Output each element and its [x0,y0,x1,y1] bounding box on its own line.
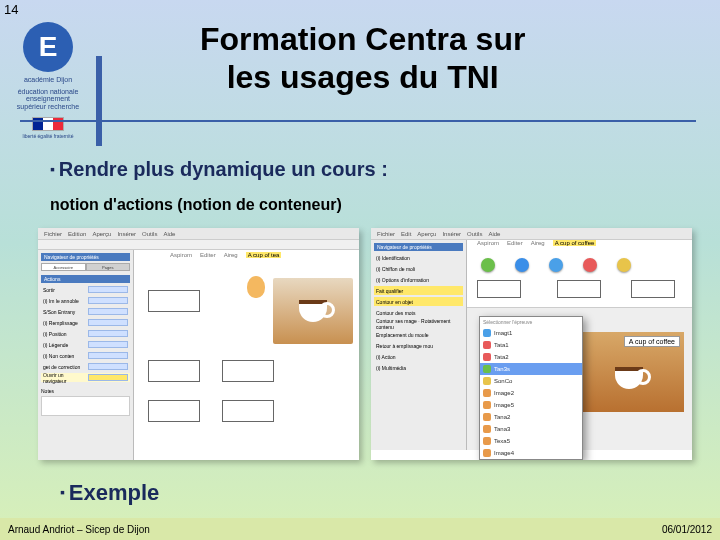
menu-item[interactable]: Edit [401,231,411,237]
property-row[interactable]: (i) Non conten [41,351,130,360]
color-swatch-icon [483,353,491,361]
property-row[interactable]: Retour à emplissage mou [374,341,463,350]
menu-item[interactable]: Fichier [44,231,62,237]
property-row[interactable]: (i) Position [41,329,130,338]
dropdown-item-label: Image4 [494,450,514,456]
dropdown-item[interactable]: Image5 [480,399,582,411]
properties-panel: Navigateur de propriétés (i) Identificat… [371,240,467,450]
prop-label: Contour des mots [376,310,415,316]
dropdown-item[interactable]: Tata2 [480,351,582,363]
menu-item[interactable]: Aperçu [92,231,111,237]
egg-icon [247,276,265,298]
dropdown-item[interactable]: Texa5 [480,435,582,447]
property-row[interactable]: Contour des mots [374,308,463,317]
dropdown-item[interactable]: Tata1 [480,339,582,351]
canvas-tabs: Aspirom Editer Aireg A cup of tea [170,252,281,258]
prop-value[interactable] [88,330,128,337]
canvas-tab[interactable]: Aspirom [170,252,192,258]
property-row-highlighted[interactable]: Contour en objet [374,297,463,306]
logo-tagline: éducation nationale enseignement supérie… [16,88,80,111]
menu-item[interactable]: Insérer [117,231,136,237]
panel-tabs: Accessoire Pages [41,263,130,271]
callout-box [148,400,200,422]
example-heading: Exemple [60,480,159,506]
menu-item[interactable]: Insérer [442,231,461,237]
callout-box [222,360,274,382]
selection-dropdown[interactable]: Sélectionner l'épreuve Imagt1Tata1Tata2T… [479,316,583,460]
flag-icon [32,117,64,131]
menu-item[interactable]: Outils [142,231,157,237]
prop-value[interactable] [88,374,128,381]
panel-tab[interactable]: Pages [86,263,131,271]
prop-value[interactable] [88,352,128,359]
cup-icon [299,300,327,322]
property-row[interactable]: (i) Identification [374,253,463,262]
canvas-tab-active[interactable]: A cup of coffee [553,240,597,246]
menu-item[interactable]: Aperçu [417,231,436,237]
prop-value[interactable] [88,297,128,304]
canvas-tab[interactable]: Aireg [531,240,545,246]
footer-author: Arnaud Andriot – Sicep de Dijon [8,524,150,535]
prop-value[interactable] [88,308,128,315]
property-row[interactable]: Emplacement du moule [374,330,463,339]
dropdown-item[interactable]: Image2 [480,387,582,399]
menu-item[interactable]: Edition [68,231,86,237]
callout-box [222,400,274,422]
notes-area[interactable] [41,396,130,416]
dropdown-item[interactable]: Image4 [480,447,582,459]
canvas-tab[interactable]: Editer [200,252,216,258]
canvas-top: Aspirom Editer Aireg A cup of coffee [467,240,692,308]
property-row[interactable]: (i) Chiffon de moli [374,264,463,273]
color-dot[interactable] [481,258,495,272]
property-row[interactable]: S/Son Entrany [41,307,130,316]
prop-label: Fait qualifier [376,288,403,294]
dropdown-item[interactable]: Tan3s [480,363,582,375]
color-dot[interactable] [617,258,631,272]
canvas-tab[interactable]: Aireg [224,252,238,258]
callout-box [148,360,200,382]
menu-item[interactable]: Outils [467,231,482,237]
prop-value[interactable] [88,286,128,293]
canvas-tab[interactable]: Aspirom [477,240,499,246]
color-dot[interactable] [515,258,529,272]
property-row[interactable]: (i) Multimédia [374,363,463,372]
prop-label: Sortir [43,287,55,293]
property-row[interactable]: Contour ses mage · Rotativement contenu [374,319,463,328]
notes-label: Notes [41,388,130,394]
photo-label: A cup of coffee [624,336,680,347]
screenshot-right: Fichier Edit Aperçu Insérer Outils Aide … [371,228,692,460]
canvas-tab[interactable]: Editer [507,240,523,246]
property-row[interactable]: get de correction [41,362,130,371]
property-row-highlighted[interactable]: Ouvrir un navigateur [41,373,130,382]
dropdown-item[interactable]: Imagt1 [480,327,582,339]
property-row-highlighted[interactable]: Fait qualifier [374,286,463,295]
panel-tab[interactable]: Accessoire [41,263,86,271]
dropdown-item[interactable]: Tana2 [480,411,582,423]
divider-vertical [96,56,102,146]
color-dot[interactable] [549,258,563,272]
menu-item[interactable]: Aide [488,231,500,237]
property-row[interactable]: (i) Remplissage [41,318,130,327]
property-row[interactable]: (i) Action [374,352,463,361]
menu-item[interactable]: Aide [163,231,175,237]
dropdown-item[interactable]: Tana3 [480,423,582,435]
section-subheading: notion d'actions (notion de conteneur) [50,196,342,214]
color-dot[interactable] [583,258,597,272]
prop-value[interactable] [88,319,128,326]
tool-bar [38,240,359,250]
prop-label: (i) Position [43,331,67,337]
property-row[interactable]: (i) Légende [41,340,130,349]
property-row[interactable]: Sortir [41,285,130,294]
property-row[interactable]: (i) Options d'information [374,275,463,284]
dropdown-item[interactable]: SonCo [480,375,582,387]
prop-label: (i) Im le annoble [43,298,79,304]
property-row[interactable]: (i) Im le annoble [41,296,130,305]
footer: Arnaud Andriot – Sicep de Dijon 06/01/20… [0,518,720,540]
color-swatch-icon [483,437,491,445]
divider-horizontal [20,120,696,122]
menu-item[interactable]: Fichier [377,231,395,237]
canvas-tab-active[interactable]: A cup of tea [246,252,282,258]
prop-label: Contour ses mage · Rotativement contenu [376,318,461,330]
prop-value[interactable] [88,341,128,348]
prop-value[interactable] [88,363,128,370]
